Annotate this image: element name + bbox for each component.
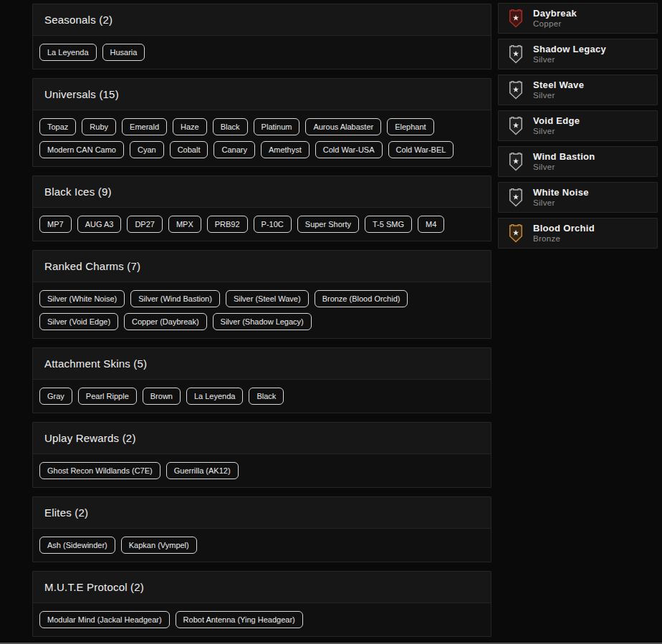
- season-card-void-edge[interactable]: Void Edge Silver: [498, 110, 658, 141]
- item-chip[interactable]: Silver (Void Edge): [39, 313, 118, 330]
- rank-crest-icon: [508, 116, 524, 136]
- season-rank: Silver: [533, 55, 606, 64]
- section-title: Uplay Rewards (2): [33, 423, 491, 454]
- item-chip[interactable]: Elephant: [387, 118, 433, 135]
- section-items: Ash (Sidewinder) Kapkan (Vympel): [33, 529, 491, 562]
- item-chip[interactable]: Silver (White Noise): [39, 290, 125, 307]
- season-card-steel-wave[interactable]: Steel Wave Silver: [498, 75, 658, 105]
- item-chip[interactable]: Ash (Sidewinder): [39, 537, 115, 554]
- item-chip[interactable]: AUG A3: [77, 216, 122, 233]
- item-chip[interactable]: Cold War-USA: [315, 141, 383, 158]
- section-title: Attachment Skins (5): [33, 348, 491, 380]
- section-items: Gray Pearl Ripple Brown La Leyenda Black: [33, 380, 491, 413]
- item-chip[interactable]: Cobalt: [170, 141, 208, 158]
- season-name: Wind Bastion: [533, 151, 595, 162]
- season-name: Void Edge: [533, 115, 580, 126]
- season-card-daybreak[interactable]: Daybreak Copper: [498, 3, 658, 34]
- item-chip[interactable]: Silver (Steel Wave): [226, 290, 309, 307]
- item-chip[interactable]: Platinum: [254, 118, 300, 135]
- section-title: Ranked Charms (7): [33, 251, 491, 282]
- rank-crest-icon: [508, 152, 524, 172]
- season-rank: Silver: [533, 127, 580, 136]
- season-rank: Bronze: [533, 234, 595, 244]
- item-chip[interactable]: Robot Antenna (Ying Headgear): [176, 611, 303, 628]
- item-chip[interactable]: Cold War-BEL: [388, 141, 454, 158]
- section-elites: Elites (2) Ash (Sidewinder) Kapkan (Vymp…: [32, 496, 491, 562]
- season-rank: Copper: [533, 19, 577, 29]
- item-chip[interactable]: Aurous Alabaster: [305, 118, 381, 135]
- section-items: Modular Mind (Jackal Headgear) Robot Ant…: [33, 603, 491, 636]
- item-chip[interactable]: Black: [249, 388, 284, 405]
- rank-crest-icon: [508, 44, 524, 64]
- item-chip[interactable]: Husaria: [102, 44, 145, 61]
- item-chip[interactable]: P-10C: [254, 216, 292, 233]
- item-chip[interactable]: Modular Mind (Jackal Headgear): [39, 611, 170, 628]
- season-rank: Silver: [533, 163, 595, 172]
- season-card-blood-orchid[interactable]: Blood Orchid Bronze: [498, 218, 658, 249]
- section-title: Elites (2): [33, 497, 491, 529]
- item-chip[interactable]: MP7: [39, 216, 72, 233]
- section-items: Ghost Recon Wildlands (C7E) Guerrilla (A…: [33, 454, 491, 487]
- rank-crest-icon: [508, 224, 524, 244]
- collections-panel: Seasonals (2) La Leyenda Husaria Univers…: [32, 4, 491, 644]
- item-chip[interactable]: Cyan: [130, 141, 164, 158]
- season-name: Blood Orchid: [533, 223, 595, 234]
- section-title: Seasonals (2): [33, 4, 491, 36]
- item-chip[interactable]: Kapkan (Vympel): [121, 537, 197, 554]
- section-title: M.U.T.E Protocol (2): [33, 572, 491, 603]
- item-chip[interactable]: Topaz: [39, 118, 76, 135]
- item-chip[interactable]: Guerrilla (AK12): [166, 462, 239, 479]
- section-items: MP7 AUG A3 DP27 MPX PRB92 P-10C Super Sh…: [33, 208, 491, 241]
- rank-crest-icon: [508, 9, 524, 29]
- section-items: Silver (White Noise) Silver (Wind Bastio…: [33, 282, 491, 338]
- section-universals: Universals (15) Topaz Ruby Emerald Haze …: [32, 78, 491, 167]
- season-name: Daybreak: [533, 8, 577, 19]
- item-chip[interactable]: Canary: [214, 141, 254, 158]
- item-chip[interactable]: Amethyst: [261, 141, 310, 158]
- item-chip[interactable]: DP27: [127, 216, 163, 233]
- item-chip[interactable]: Gray: [39, 388, 72, 405]
- item-chip[interactable]: La Leyenda: [186, 388, 244, 405]
- item-chip[interactable]: Silver (Shadow Legacy): [213, 313, 312, 330]
- season-name: Steel Wave: [533, 80, 584, 90]
- item-chip[interactable]: MPX: [168, 216, 201, 233]
- item-chip[interactable]: Black: [213, 118, 248, 135]
- section-seasonals: Seasonals (2) La Leyenda Husaria: [32, 4, 491, 69]
- item-chip[interactable]: Silver (Wind Bastion): [130, 290, 220, 307]
- section-items: Topaz Ruby Emerald Haze Black Platinum A…: [33, 110, 491, 166]
- season-card-wind-bastion[interactable]: Wind Bastion Silver: [498, 146, 658, 177]
- item-chip[interactable]: PRB92: [207, 216, 248, 233]
- section-mute-protocol: M.U.T.E Protocol (2) Modular Mind (Jacka…: [32, 571, 491, 637]
- section-title: Black Ices (9): [33, 176, 491, 208]
- item-chip[interactable]: Modern CAN Camo: [39, 141, 124, 158]
- item-chip[interactable]: Ruby: [82, 118, 116, 135]
- section-attachment-skins: Attachment Skins (5) Gray Pearl Ripple B…: [32, 347, 491, 413]
- season-rank: Silver: [533, 91, 584, 100]
- item-chip[interactable]: La Leyenda: [39, 44, 97, 61]
- item-chip[interactable]: Copper (Daybreak): [124, 313, 207, 330]
- ranked-seasons-panel: Daybreak Copper Shadow Legacy Silver Ste…: [498, 3, 658, 249]
- item-chip[interactable]: Brown: [143, 388, 181, 405]
- item-chip[interactable]: M4: [418, 216, 444, 233]
- season-card-white-noise[interactable]: White Noise Silver: [498, 182, 658, 213]
- season-name: Shadow Legacy: [533, 44, 606, 54]
- item-chip[interactable]: Emerald: [122, 118, 167, 135]
- rank-crest-icon: [508, 188, 524, 208]
- season-rank: Silver: [533, 198, 589, 208]
- season-name: White Noise: [533, 187, 589, 198]
- section-items: La Leyenda Husaria: [33, 36, 491, 69]
- section-uplay-rewards: Uplay Rewards (2) Ghost Recon Wildlands …: [32, 422, 491, 488]
- item-chip[interactable]: T-5 SMG: [365, 216, 412, 233]
- section-black-ices: Black Ices (9) MP7 AUG A3 DP27 MPX PRB92…: [32, 176, 491, 241]
- season-card-shadow-legacy[interactable]: Shadow Legacy Silver: [498, 39, 658, 69]
- section-ranked-charms: Ranked Charms (7) Silver (White Noise) S…: [32, 250, 491, 339]
- item-chip[interactable]: Pearl Ripple: [78, 388, 137, 405]
- section-title: Universals (15): [33, 79, 491, 110]
- item-chip[interactable]: Super Shorty: [297, 216, 359, 233]
- item-chip[interactable]: Ghost Recon Wildlands (C7E): [39, 462, 160, 479]
- rank-crest-icon: [508, 80, 524, 100]
- item-chip[interactable]: Haze: [173, 118, 207, 135]
- item-chip[interactable]: Bronze (Blood Orchid): [315, 290, 408, 307]
